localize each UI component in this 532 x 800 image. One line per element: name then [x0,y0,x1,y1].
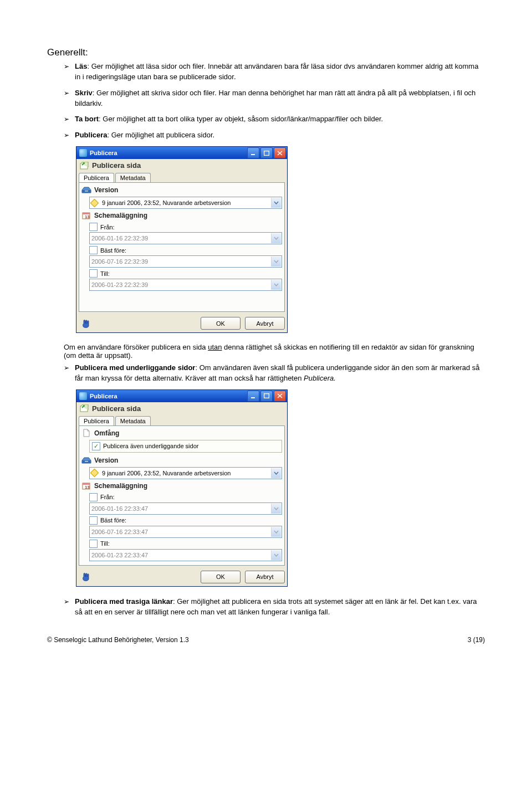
chevron-down-icon[interactable] [271,198,281,208]
close-button[interactable] [274,391,286,402]
breadcrumb: Publicera sida [76,402,287,415]
chevron-down-icon[interactable] [271,527,281,537]
page-footer: © Senselogic Lathund Behörigheter, Versi… [47,633,485,644]
titlebar[interactable]: Publicera [76,390,287,402]
chevron-down-icon[interactable] [271,257,281,266]
minimize-button[interactable] [247,147,259,158]
drawer-icon [81,457,91,464]
bullet-marker: ➢ [64,364,69,372]
hand-icon [81,572,92,582]
bullet-group-end: ➢ Publicera med trasiga länkar: Ger möjl… [64,597,485,618]
check-bast[interactable]: Bäst före: [89,246,282,254]
check-till[interactable]: Till: [89,540,282,548]
tab-metadata[interactable]: Metadata [115,173,151,182]
tab-bar: Publicera Metadata [76,416,287,425]
diamond-icon [90,469,99,478]
chevron-down-icon[interactable] [271,468,281,478]
svg-rect-12 [85,461,88,462]
button-row: OK Avbryt [76,568,287,586]
checkbox-icon[interactable] [89,269,98,278]
bullet-marker: ➢ [64,115,69,123]
svg-rect-4 [85,191,88,192]
svg-text:13: 13 [85,485,90,490]
till-field[interactable]: 2006-01-23 22:33:47 [89,549,282,561]
checkbox-icon[interactable] [89,540,98,548]
bullet-marker: ➢ [64,63,69,70]
publish-dialog-2: Publicera Publicera sida Publicera Metad… [76,389,288,587]
cancel-button[interactable]: Avbryt [245,317,285,330]
bullet-publicera-trasiga: ➢ Publicera med trasiga länkar: Ger möjl… [64,597,485,618]
check-till[interactable]: Till: [89,269,282,278]
till-field[interactable]: 2006-01-23 22:32:39 [89,279,282,291]
chevron-down-icon[interactable] [271,233,281,243]
bullet-marker: ➢ [64,598,69,606]
svg-text:13: 13 [85,214,90,219]
section-schedule: 13 Schemaläggning [81,481,282,491]
chevron-down-icon[interactable] [271,550,281,560]
bullet-publicera: ➢ Publicera: Ger möjlighet att publicera… [64,130,485,141]
window-title: Publicera [90,393,117,399]
svg-rect-8 [251,397,255,398]
app-icon [79,392,87,400]
bullet-group-1: ➢ Läs: Ger möjlighet att läsa sidor och … [64,61,485,141]
app-icon [79,149,87,157]
svg-rect-1 [264,151,269,155]
bullet-marker: ➢ [64,131,69,139]
checkbox-icon[interactable] [92,442,100,450]
calendar-icon: 13 [81,482,91,490]
checkbox-icon[interactable] [89,493,98,501]
chevron-down-icon[interactable] [271,504,281,514]
bast-field[interactable]: 2006-07-16 22:32:39 [89,255,282,268]
diamond-icon [90,198,99,207]
breadcrumb: Publicera sida [76,159,287,172]
checkbox-icon[interactable] [89,516,98,525]
fran-field[interactable]: 2006-01-16 22:32:39 [89,232,282,244]
publish-dialog-1: Publicera Publicera sida Publicera Metad… [76,146,288,333]
page-open-icon [80,162,89,170]
tab-publicera[interactable]: Publicera [79,416,114,425]
minimize-button[interactable] [247,391,259,402]
omfang-checkbox-row[interactable]: Publicera även underliggande sidor [89,440,282,453]
version-select[interactable]: 9 januari 2006, 23:52, Nuvarande arbetsv… [89,467,282,479]
titlebar[interactable]: Publicera [76,147,287,159]
page-heading: Generellt: [47,47,485,58]
version-select[interactable]: 9 januari 2006, 23:52, Nuvarande arbetsv… [89,197,282,209]
check-bast[interactable]: Bäst före: [89,516,282,525]
section-version: Version [81,455,282,466]
chevron-down-icon[interactable] [271,280,281,290]
bullet-tabort: ➢ Ta bort: Ger möjlighet att ta bort oli… [64,114,485,125]
svg-rect-9 [264,394,269,398]
calendar-icon: 13 [81,212,91,219]
tab-metadata[interactable]: Metadata [115,416,151,425]
bast-field[interactable]: 2006-07-16 22:33:47 [89,526,282,538]
page-icon [81,429,91,437]
tab-bar: Publicera Metadata [76,173,287,182]
footer-right: 3 (19) [468,636,485,644]
checkbox-icon[interactable] [89,223,98,231]
cancel-button[interactable]: Avbryt [245,571,285,583]
hand-icon [81,319,92,329]
section-version: Version [81,185,282,196]
checkbox-icon[interactable] [89,246,98,254]
ok-button[interactable]: OK [201,317,241,330]
svg-rect-0 [251,154,255,155]
tab-body: Version 9 januari 2006, 23:52, Nuvarande… [79,182,285,312]
ok-button[interactable]: OK [201,571,241,583]
tab-publicera[interactable]: Publicera [79,173,114,182]
button-row: OK Avbryt [76,314,287,332]
maximize-button[interactable] [260,391,273,402]
check-fran[interactable]: Från: [89,493,282,501]
utan-paragraph: Om en användare försöker publicera en si… [64,343,485,360]
maximize-button[interactable] [260,147,273,158]
footer-left: © Senselogic Lathund Behörigheter, Versi… [47,636,189,644]
close-button[interactable] [274,147,286,158]
bullet-skriv: ➢ Skriv: Ger möjlighet att skriva sidor … [64,88,485,109]
check-fran[interactable]: Från: [89,223,282,231]
fran-field[interactable]: 2006-01-16 22:33:47 [89,502,282,515]
drawer-icon [81,186,91,194]
window-title: Publicera [90,150,117,156]
mid-text-group: Om en användare försöker publicera en si… [64,343,485,384]
bullet-publicera-med-underliggande: ➢ Publicera med underliggande sidor: Om … [64,363,485,384]
bullet-las: ➢ Läs: Ger möjlighet att läsa sidor och … [64,61,485,83]
bullet-marker: ➢ [64,89,69,97]
